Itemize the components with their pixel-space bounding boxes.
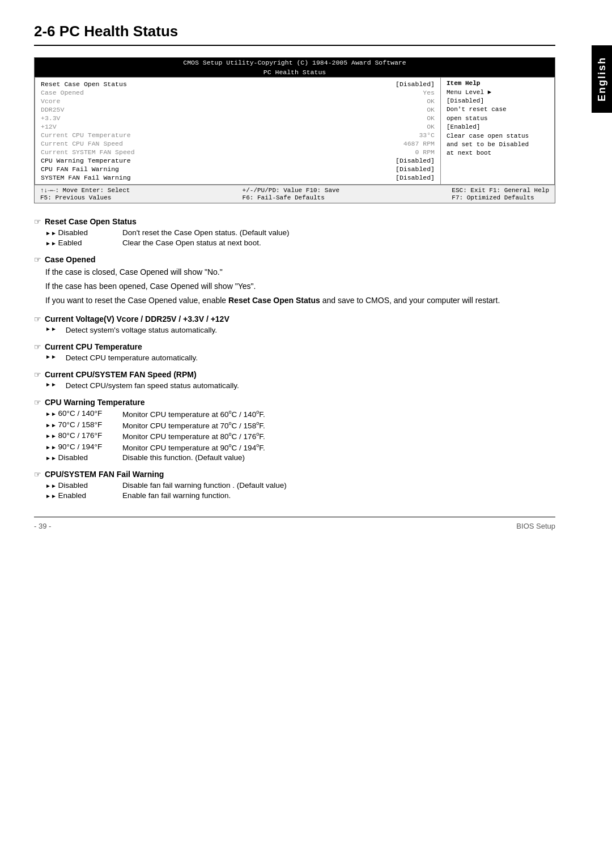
bullet-label: Disabled [45, 481, 113, 490]
bullet-item: 80°C / 176°FMonitor CPU temperature at 8… [45, 431, 555, 441]
bullet-desc: Monitor CPU temperature at 80oC / 176oF. [122, 431, 265, 441]
bios-row: Reset Case Open Status[Disabled] [41, 80, 435, 88]
page-title: 2-6 PC Health Status [34, 23, 555, 46]
bullet-desc: Disable fan fail warning function . (Def… [122, 481, 287, 490]
bios-help-line: and set to be Disabled [447, 141, 549, 149]
bios-row: +12VOK [41, 122, 435, 131]
bios-row: CPU Warning Temperature[Disabled] [41, 156, 435, 165]
english-tab: English [592, 45, 612, 113]
section-body-reset-case-open-status: DisabledDon't reset the Case Open status… [34, 228, 555, 247]
bullet-label: Disabled [45, 453, 113, 462]
bullet-item: DisabledDisable fan fail warning functio… [45, 481, 555, 490]
bios-help-line: at next boot [447, 149, 549, 158]
bullet-item: EabledClear the Case Open status at next… [45, 239, 555, 247]
bios-row: DDR25VOK [41, 105, 435, 114]
bullet-label: Disabled [45, 228, 113, 237]
section-title-current-cpu-temp: Current CPU Temperature [34, 342, 555, 351]
bios-help-line: Clear case open status [447, 132, 549, 141]
bullet-item: ►► Detect CPU/system fan speed status au… [45, 381, 555, 390]
bios-menu-level: Menu Level ► [447, 89, 549, 96]
section-current-cpu-temp: Current CPU Temperature►► Detect CPU tem… [34, 342, 555, 362]
section-cpu-fan-fail-warning: CPU/SYSTEM FAN Fail WarningDisabledDisab… [34, 470, 555, 500]
bios-row: Case OpenedYes [41, 88, 435, 97]
bios-help-line: Don't reset case [447, 105, 549, 114]
bullet-label: Eabled [45, 239, 113, 247]
bullet-item: DisabledDon't reset the Case Open status… [45, 228, 555, 237]
section-current-voltage: Current Voltage(V) Vcore / DDR25V / +3.3… [34, 314, 555, 334]
section-cpu-warning-temp: CPU Warning Temperature60°C / 140°FMonit… [34, 398, 555, 462]
bullet-item: EnabledEnable fan fail warning function. [45, 491, 555, 500]
bullet-arrow: ►► [45, 326, 57, 332]
section-title-current-fan-speed: Current CPU/SYSTEM FAN Speed (RPM) [34, 370, 555, 379]
bullet-desc: Clear the Case Open status at next boot. [122, 239, 261, 247]
bullet-arrow: ►► [45, 354, 57, 360]
bullet-desc: Monitor CPU temperature at 90oC / 194oF. [122, 442, 265, 452]
section-body-current-cpu-temp: ►► Detect CPU temperature automatically. [34, 354, 555, 362]
bios-help-line: [Disabled] [447, 97, 549, 105]
section-title-cpu-fan-fail-warning: CPU/SYSTEM FAN Fail Warning [34, 470, 555, 479]
bios-help-title: Item Help [447, 80, 549, 87]
bios-row: +3.3VOK [41, 114, 435, 122]
bullet-item: ►► Detect system's voltage status automa… [45, 326, 555, 334]
bios-row: VcoreOK [41, 97, 435, 105]
bullet-label: 70°C / 158°F [45, 420, 113, 429]
bios-footer-value: +/-/PU/PD: Value F10: Save [243, 187, 340, 194]
bullet-desc: Detect system's voltage status automatic… [66, 326, 217, 334]
section-title-current-voltage: Current Voltage(V) Vcore / DDR25V / +3.3… [34, 314, 555, 324]
bullet-desc: Detect CPU/system fan speed status autom… [66, 381, 239, 390]
bios-footer-f5: F5: Previous Values [40, 194, 130, 201]
bios-footer-f6: F6: Fail-Safe Defaults [243, 194, 340, 201]
section-body-case-opened: If the case is closed, Case Opened will … [34, 266, 555, 307]
bullet-item: 60°C / 140°FMonitor CPU temperature at 6… [45, 409, 555, 419]
bios-row: CPU FAN Fail Warning[Disabled] [41, 165, 435, 173]
bullet-label: 90°C / 194°F [45, 442, 113, 451]
bios-footer-esc: ESC: Exit F1: General Help [452, 187, 549, 194]
bios-header2: PC Health Status [35, 67, 555, 77]
page-footer: - 39 - BIOS Setup [34, 517, 555, 530]
bullet-item: DisabledDisable this function. (Default … [45, 453, 555, 462]
bullet-desc: Monitor CPU temperature at 70oC / 158oF. [122, 420, 265, 430]
section-case-opened: Case OpenedIf the case is closed, Case O… [34, 255, 555, 307]
bios-footer-f7: F7: Optimized Defaults [452, 194, 549, 201]
footer-bios-setup: BIOS Setup [516, 522, 555, 530]
bios-help-line: open status [447, 114, 549, 123]
bios-help-line: [Enabled] [447, 123, 549, 131]
bios-help-panel: Item Help Menu Level ► [Disabled]Don't r… [441, 78, 554, 184]
bios-main-area: Reset Case Open Status[Disabled]Case Ope… [35, 78, 441, 184]
bios-row: Current CPU Temperature33°C [41, 131, 435, 139]
bios-footer-nav: ↑↓→←: Move Enter: Select [40, 187, 130, 194]
bullet-label: 80°C / 176°F [45, 431, 113, 440]
footer-page-number: - 39 - [34, 522, 51, 530]
bios-screen: CMOS Setup Utility-Copyright (C) 1984-20… [34, 57, 555, 203]
section-body-cpu-warning-temp: 60°C / 140°FMonitor CPU temperature at 6… [34, 409, 555, 462]
section-current-fan-speed: Current CPU/SYSTEM FAN Speed (RPM)►► Det… [34, 370, 555, 390]
section-para: If the case is closed, Case Opened will … [45, 266, 555, 278]
bullet-desc: Detect CPU temperature automatically. [66, 354, 198, 362]
bullet-item: ►► Detect CPU temperature automatically. [45, 354, 555, 362]
bios-header1: CMOS Setup Utility-Copyright (C) 1984-20… [35, 58, 555, 67]
section-para: If you want to reset the Case Opened val… [45, 295, 555, 307]
section-title-case-opened: Case Opened [34, 255, 555, 264]
bullet-label: Enabled [45, 491, 113, 500]
bullet-item: 70°C / 158°FMonitor CPU temperature at 7… [45, 420, 555, 430]
bios-row: SYSTEM FAN Fail Warning[Disabled] [41, 173, 435, 182]
section-reset-case-open-status: Reset Case Open StatusDisabledDon't rese… [34, 217, 555, 247]
bullet-desc: Enable fan fail warning function. [122, 491, 231, 500]
bullet-desc: Don't reset the Case Open status. (Defau… [122, 228, 289, 237]
bullet-label: 60°C / 140°F [45, 409, 113, 418]
bullet-arrow: ►► [45, 381, 57, 388]
section-body-current-voltage: ►► Detect system's voltage status automa… [34, 326, 555, 334]
section-body-cpu-fan-fail-warning: DisabledDisable fan fail warning functio… [34, 481, 555, 500]
bullet-desc: Monitor CPU temperature at 60oC / 140oF. [122, 409, 265, 419]
section-para: If the case has been opened, Case Opened… [45, 280, 555, 292]
bullet-desc: Disable this function. (Default value) [122, 453, 245, 462]
bios-row: Current CPU FAN Speed4687 RPM [41, 139, 435, 148]
section-body-current-fan-speed: ►► Detect CPU/system fan speed status au… [34, 381, 555, 390]
section-title-reset-case-open-status: Reset Case Open Status [34, 217, 555, 226]
bios-footer: ↑↓→←: Move Enter: Select F5: Previous Va… [35, 185, 555, 203]
bullet-item: 90°C / 194°FMonitor CPU temperature at 9… [45, 442, 555, 452]
section-title-cpu-warning-temp: CPU Warning Temperature [34, 398, 555, 407]
bios-row: Current SYSTEM FAN Speed0 RPM [41, 148, 435, 156]
